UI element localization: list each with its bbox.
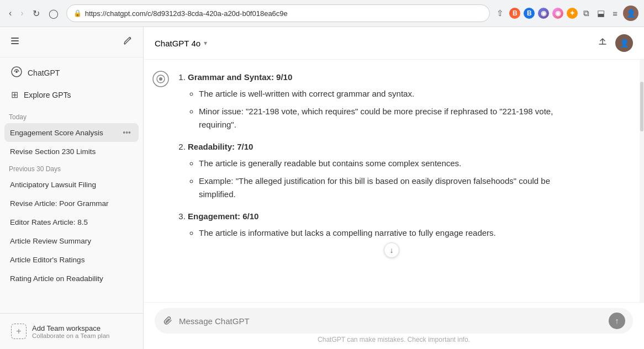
share-button[interactable]: ⇧ — [494, 6, 506, 20]
chat-item-lawsuit[interactable]: Anticipatory Lawsuit Filing ••• — [4, 175, 139, 194]
chat-header: ChatGPT 4o ▾ 👤 — [144, 27, 644, 60]
sidebar-item-chatgpt[interactable]: ChatGPT — [6, 62, 138, 84]
paperclip-icon — [162, 315, 173, 326]
chat-item-editor-rates[interactable]: Editor Rates Article: 8.5 ••• — [4, 213, 139, 231]
sidebar-header-icons — [8, 34, 22, 50]
chat-item-article-review[interactable]: Article Review Summary ••• — [4, 231, 139, 250]
extension-icon-pink: ◉ — [552, 8, 563, 19]
explore-label: Explore GPTs — [24, 91, 71, 99]
svg-rect-0 — [11, 38, 19, 39]
chat-item-label: Rating Article on Readability — [10, 274, 120, 283]
menu-button[interactable]: ≡ — [610, 7, 620, 20]
send-button[interactable]: ↑ — [609, 313, 625, 329]
grammar-heading: Grammar and Syntax: 9/10 — [188, 72, 292, 82]
chat-item-revise230[interactable]: Revise Section 230 Limits ••• — [4, 142, 139, 161]
add-team-title: Add Team workspace — [32, 324, 109, 332]
svg-rect-2 — [11, 43, 19, 44]
svg-rect-1 — [11, 40, 19, 41]
chat-item-label: Revise Article: Poor Grammar — [10, 199, 120, 208]
sidebar-toggle-button[interactable] — [8, 34, 22, 50]
sidebar-toggle-icon — [10, 36, 20, 46]
forward-button[interactable]: › — [17, 6, 27, 20]
chat-input-area: ↑ ChatGPT can make mistakes. Check impor… — [144, 302, 644, 349]
chat-item-label: Article Review Summary — [10, 237, 120, 245]
grammar-bullet-1: The article is well-written with correct… — [199, 87, 574, 101]
extensions-button[interactable]: ⧉ — [581, 6, 592, 20]
add-team-text: Add Team workspace Collaborate on a Team… — [32, 324, 109, 339]
extension-icon-purple: ◉ — [538, 8, 549, 19]
list-item-grammar: Grammar and Syntax: 9/10 The article is … — [188, 71, 574, 131]
add-team-sub: Collaborate on a Team plan — [32, 332, 109, 339]
chatgpt-label: ChatGPT — [28, 68, 60, 77]
url-input[interactable] — [85, 9, 483, 18]
nav-buttons: ‹ › ↻ ◯ — [6, 6, 62, 21]
scroll-down-button[interactable]: ↓ — [384, 242, 399, 258]
engagement-heading: Engagement: 6/10 — [188, 211, 258, 221]
main-layout: ChatGPT ⊞ Explore GPTs Today Engagement … — [0, 27, 644, 349]
chat-body: Grammar and Syntax: 9/10 The article is … — [144, 60, 644, 302]
add-team-button[interactable]: + Add Team workspace Collaborate on a Te… — [7, 319, 136, 343]
chat-area: ChatGPT 4o ▾ 👤 — [144, 27, 644, 349]
chat-item-menu-button[interactable]: ••• — [120, 127, 133, 138]
brave-icon: B — [509, 8, 520, 19]
lock-icon: 🔒 — [73, 9, 82, 17]
chat-scrollbar — [640, 60, 644, 302]
chat-item-rating-readability[interactable]: Rating Article on Readability ••• — [4, 269, 139, 288]
today-section-label: Today — [4, 109, 139, 123]
chatgpt-icon — [11, 66, 22, 80]
disclaimer-text: ChatGPT can make mistakes. Check importa… — [155, 334, 633, 346]
chat-input-box: ↑ — [155, 308, 633, 334]
chat-item-engagement[interactable]: Engagement Score Analysis ••• — [4, 123, 139, 142]
sidebar-footer: + Add Team workspace Collaborate on a Te… — [0, 313, 143, 349]
list-item-engagement: Engagement: 6/10 The article is informat… — [188, 210, 574, 240]
new-chat-icon — [123, 36, 133, 46]
scrollbar-thumb[interactable] — [640, 82, 643, 131]
chat-item-label: Article Editor's Ratings — [10, 256, 120, 264]
attach-button[interactable] — [162, 315, 173, 326]
downloads-button[interactable]: ⬓ — [595, 6, 607, 20]
extension-icon-orange: ✦ — [567, 8, 578, 19]
back-button[interactable]: ‹ — [6, 6, 15, 20]
sidebar-header — [0, 27, 143, 57]
chat-item-label: Engagement Score Analysis — [10, 129, 120, 137]
sidebar-content: Today Engagement Score Analysis ••• Revi… — [0, 109, 143, 313]
chat-item-label: Revise Section 230 Limits — [10, 147, 120, 156]
chat-item-editor-ratings[interactable]: Article Editor's Ratings ••• — [4, 250, 139, 269]
gpt-logo-icon — [152, 71, 169, 87]
new-chat-button[interactable] — [121, 34, 135, 50]
readability-bullet-2: Example: "The alleged justification for … — [199, 174, 574, 201]
extension-icon-blue: B — [524, 8, 535, 19]
chat-messages: Grammar and Syntax: 9/10 The article is … — [144, 60, 640, 302]
user-avatar[interactable]: 👤 — [615, 34, 633, 52]
chat-model-label: ChatGPT 4o — [155, 39, 200, 48]
bookmark-button[interactable]: ◯ — [45, 6, 62, 21]
chevron-down-icon: ▾ — [204, 39, 207, 47]
sidebar: ChatGPT ⊞ Explore GPTs Today Engagement … — [0, 27, 144, 349]
chat-item-revise-grammar[interactable]: Revise Article: Poor Grammar ••• — [4, 194, 139, 213]
readability-bullet-1: The article is generally readable but co… — [199, 157, 574, 170]
grammar-bullet-2: Minor issue: "221-198 vote, which requir… — [199, 105, 574, 131]
previous-section-label: Previous 30 Days — [4, 161, 139, 175]
message-content: Grammar and Syntax: 9/10 The article is … — [177, 71, 574, 240]
browser-chrome: ‹ › ↻ ◯ 🔒 ⇧ B B ◉ ◉ ✦ ⧉ ⬓ ≡ 👤 — [0, 0, 644, 27]
message-container: Grammar and Syntax: 9/10 The article is … — [177, 71, 617, 240]
message-input[interactable] — [179, 316, 603, 326]
engagement-bullet-1: The article is informative but lacks a c… — [199, 226, 574, 240]
share-chat-button[interactable] — [594, 34, 611, 52]
reload-button[interactable]: ↻ — [29, 6, 43, 21]
share-icon — [598, 37, 608, 47]
grid-icon: ⊞ — [11, 89, 18, 100]
address-bar[interactable]: 🔒 — [66, 4, 490, 22]
chat-item-label: Editor Rates Article: 8.5 — [10, 218, 120, 226]
gpt-avatar — [152, 71, 169, 89]
sidebar-item-explore[interactable]: ⊞ Explore GPTs — [6, 85, 138, 104]
add-team-icon: + — [11, 324, 27, 339]
profile-avatar[interactable]: 👤 — [623, 6, 638, 21]
svg-point-6 — [159, 77, 162, 81]
sidebar-nav: ChatGPT ⊞ Explore GPTs — [0, 57, 143, 109]
toolbar-right: ⇧ B B ◉ ◉ ✦ ⧉ ⬓ ≡ 👤 — [494, 6, 638, 21]
svg-point-4 — [15, 71, 18, 73]
list-item-readability: Readability: 7/10 The article is general… — [188, 140, 574, 201]
chat-title[interactable]: ChatGPT 4o ▾ — [155, 39, 207, 48]
chat-item-label: Anticipatory Lawsuit Filing — [10, 181, 120, 189]
